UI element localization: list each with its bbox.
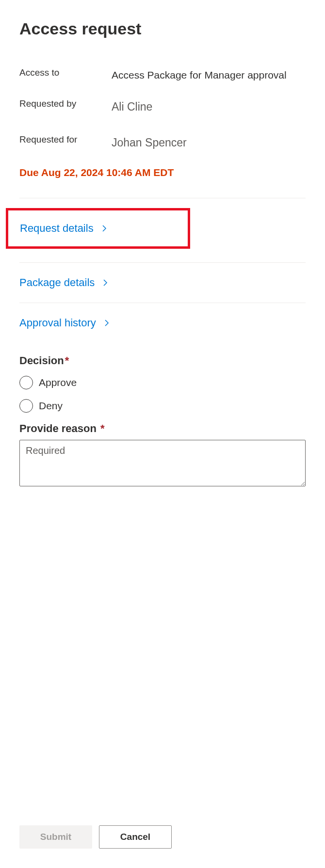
chevron-right-icon [100, 225, 108, 232]
chevron-right-icon [103, 319, 111, 327]
submit-button[interactable]: Submit [19, 825, 92, 849]
approve-option[interactable]: Approve [19, 376, 306, 389]
required-star-icon: * [65, 354, 69, 367]
approval-history-label: Approval history [19, 317, 96, 329]
reason-label: Provide reason * [19, 422, 306, 435]
required-star-icon: * [98, 422, 105, 434]
approval-history-section: Approval history [19, 303, 306, 343]
deny-option[interactable]: Deny [19, 399, 306, 413]
package-details-label: Package details [19, 276, 95, 289]
request-details-section: Request details [19, 198, 306, 262]
decision-label: Decision* [19, 354, 306, 367]
requested-for-value: Johan Spencer [112, 134, 306, 151]
requested-for-label: Requested for [19, 134, 112, 145]
decision-label-text: Decision [19, 354, 64, 367]
highlight-annotation: Request details [6, 208, 190, 249]
requested-by-label: Requested by [19, 98, 112, 109]
deny-label: Deny [39, 400, 63, 412]
requested-by-row: Requested by Ali Cline [19, 98, 306, 115]
approve-label: Approve [39, 377, 77, 388]
request-details-label: Request details [20, 222, 94, 235]
package-details-link[interactable]: Package details [19, 276, 109, 289]
request-details-link[interactable]: Request details [20, 222, 108, 235]
access-to-label: Access to [19, 67, 112, 78]
requested-by-value: Ali Cline [112, 98, 306, 115]
approval-history-link[interactable]: Approval history [19, 317, 111, 329]
due-date: Due Aug 22, 2024 10:46 AM EDT [19, 167, 306, 178]
requested-for-row: Requested for Johan Spencer [19, 134, 306, 151]
access-to-value: Access Package for Manager approval [112, 67, 306, 83]
reason-input[interactable] [19, 440, 306, 486]
chevron-right-icon [101, 279, 109, 287]
decision-section: Decision* Approve Deny Provide reason * [19, 354, 306, 488]
footer-buttons: Submit Cancel [19, 825, 172, 849]
radio-icon[interactable] [19, 399, 33, 413]
reason-label-text: Provide reason [19, 422, 97, 434]
radio-icon[interactable] [19, 376, 33, 389]
package-details-section: Package details [19, 262, 306, 303]
access-to-row: Access to Access Package for Manager app… [19, 67, 306, 83]
page-title: Access request [19, 19, 306, 38]
cancel-button[interactable]: Cancel [99, 825, 172, 849]
